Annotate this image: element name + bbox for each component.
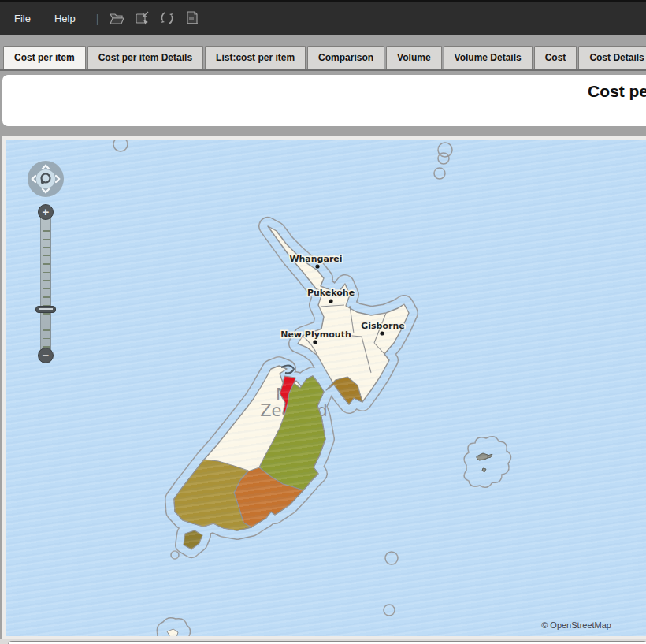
refresh-icon[interactable] — [158, 9, 176, 28]
tab-cost[interactable]: Cost — [534, 46, 577, 69]
tabbar: Cost per item Cost per item Details List… — [0, 46, 646, 71]
zoom-out-button[interactable]: − — [38, 348, 54, 363]
next-panel-edge — [8, 641, 646, 644]
open-folder-icon[interactable] — [107, 9, 126, 28]
city-label: New Plymouth — [280, 329, 351, 340]
save-image-icon[interactable] — [183, 9, 202, 28]
menu-help[interactable]: Help — [45, 8, 85, 29]
zoom-handle[interactable] — [35, 306, 56, 313]
zoom-in-button[interactable]: + — [38, 204, 54, 220]
map-panel: New Zealand — [2, 136, 646, 639]
pan-control[interactable] — [27, 160, 65, 198]
menu-file[interactable]: File — [5, 8, 40, 29]
recenter-dot — [41, 181, 44, 184]
title-panel: Cost pe — [2, 75, 646, 126]
map-svg: New Zealand — [6, 140, 646, 636]
city-label: Pukekohe — [307, 288, 355, 298]
tab-volume[interactable]: Volume — [386, 46, 441, 69]
city-label: Gisborne — [361, 321, 405, 331]
tab-volume-details[interactable]: Volume Details — [444, 46, 533, 69]
menubar-separator: | — [96, 12, 99, 25]
tab-list-cost-per-item[interactable]: List:cost per item — [205, 46, 306, 69]
map-canvas[interactable]: New Zealand — [6, 140, 646, 636]
toolbar — [107, 9, 202, 28]
osm-attribution[interactable]: © OpenStreetMap — [541, 620, 611, 630]
export-view-icon[interactable] — [132, 9, 151, 28]
tab-cost-details[interactable]: Cost Details — [578, 46, 646, 69]
menubar: File Help | — [0, 0, 646, 35]
tab-comparison[interactable]: Comparison — [307, 46, 384, 69]
city-label: Whangarei — [289, 254, 342, 264]
pan-center — [36, 169, 55, 188]
page-title: Cost pe — [588, 82, 646, 101]
tab-cost-per-item[interactable]: Cost per item — [3, 46, 86, 69]
tab-cost-per-item-details[interactable]: Cost per item Details — [87, 46, 203, 69]
zoom-slider[interactable]: + − — [35, 203, 57, 365]
zoom-ticks — [43, 223, 50, 348]
